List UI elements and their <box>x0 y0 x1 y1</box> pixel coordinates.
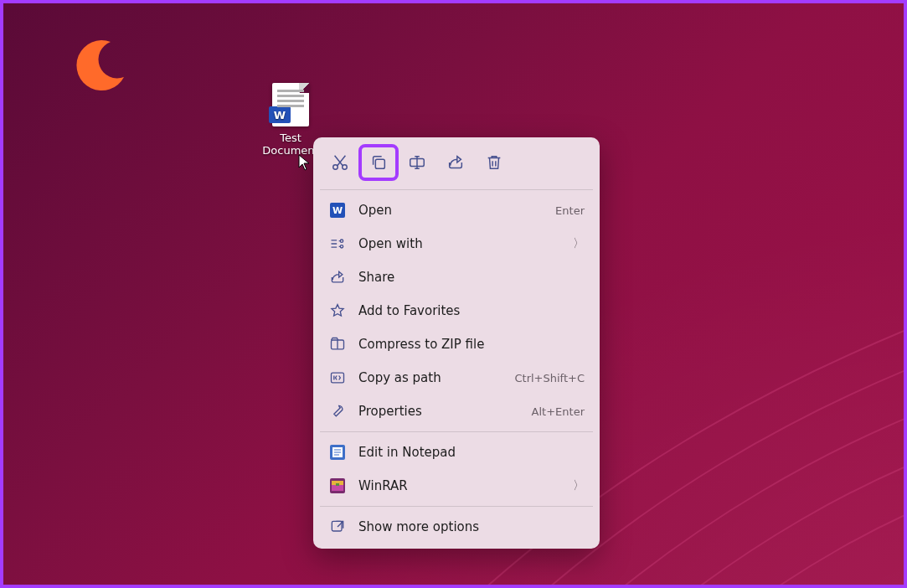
svg-text:W: W <box>332 205 343 216</box>
menu-item-properties[interactable]: Properties Alt+Enter <box>318 395 595 428</box>
menu-item-label: Properties <box>358 404 532 419</box>
menu-item-label: Copy as path <box>358 370 514 385</box>
menu-item-label: Show more options <box>358 519 585 534</box>
svg-rect-15 <box>336 483 339 486</box>
menu-item-label: Compress to ZIP file <box>358 337 585 352</box>
word-app-badge-icon: W <box>269 106 291 123</box>
separator <box>320 506 593 507</box>
menu-item-accelerator: Enter <box>555 204 585 217</box>
menu-item-show-more-options[interactable]: Show more options <box>318 510 595 544</box>
svg-point-1 <box>343 165 348 170</box>
copy-icon <box>369 153 388 172</box>
share-button[interactable] <box>437 146 474 179</box>
menu-item-label: Edit in Notepad <box>358 445 585 460</box>
desktop-wallpaper: W Test Document W O <box>3 3 904 585</box>
svg-rect-13 <box>332 485 343 491</box>
mouse-cursor-icon <box>298 154 310 171</box>
svg-point-6 <box>340 240 343 242</box>
svg-rect-2 <box>375 159 384 168</box>
chevron-right-icon: 〉 <box>573 236 585 251</box>
menu-item-label: Add to Favorites <box>358 303 585 318</box>
rename-button[interactable] <box>399 146 435 179</box>
menu-item-label: Open with <box>358 236 568 251</box>
show-more-icon <box>328 518 347 536</box>
svg-rect-9 <box>332 373 344 383</box>
zip-icon <box>328 335 347 353</box>
delete-button[interactable] <box>476 146 513 179</box>
open-with-icon <box>328 235 347 253</box>
menu-item-edit-notepad[interactable]: Edit in Notepad <box>318 436 595 469</box>
star-icon <box>328 302 347 320</box>
menu-item-compress-zip[interactable]: Compress to ZIP file <box>318 328 595 361</box>
rename-icon <box>408 153 426 172</box>
menu-item-accelerator: Ctrl+Shift+C <box>514 372 585 384</box>
menu-item-favorites[interactable]: Add to Favorites <box>318 294 595 328</box>
menu-item-label: WinRAR <box>358 478 568 493</box>
menu-item-open[interactable]: W Open Enter <box>318 193 595 227</box>
cut-button[interactable] <box>322 146 358 179</box>
menu-item-label: Share <box>358 270 585 285</box>
svg-point-0 <box>333 165 338 170</box>
notepad-icon <box>328 443 347 462</box>
svg-point-7 <box>340 245 343 248</box>
trash-icon <box>485 153 503 172</box>
scissors-icon <box>331 153 349 172</box>
word-icon: W <box>328 201 347 219</box>
menu-item-label: Open <box>358 203 555 218</box>
context-menu-quick-actions <box>318 142 595 186</box>
separator <box>320 431 593 432</box>
svg-rect-16 <box>332 521 342 531</box>
chevron-right-icon: 〉 <box>573 478 585 493</box>
menu-item-open-with[interactable]: Open with 〉 <box>318 227 595 260</box>
menu-item-share[interactable]: Share <box>318 260 595 294</box>
file-context-menu: W Open Enter Open with 〉 Share Add to Fa… <box>313 137 600 549</box>
wrench-icon <box>328 402 347 420</box>
copy-path-icon <box>328 369 347 387</box>
wallpaper-moon-decoration <box>72 35 132 95</box>
menu-item-winrar[interactable]: WinRAR 〉 <box>318 469 595 503</box>
separator <box>320 189 593 190</box>
share-icon <box>328 268 347 286</box>
copy-button[interactable] <box>360 146 397 179</box>
menu-item-accelerator: Alt+Enter <box>532 405 585 418</box>
share-arrow-icon <box>446 153 465 172</box>
menu-item-copy-as-path[interactable]: Copy as path Ctrl+Shift+C <box>318 361 595 395</box>
winrar-icon <box>328 477 347 495</box>
